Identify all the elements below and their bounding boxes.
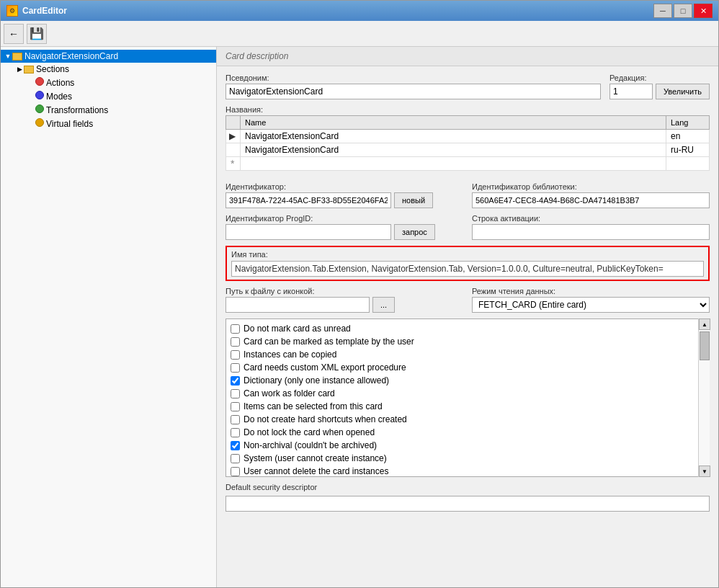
card-description-header: Card description [217, 47, 718, 66]
folder-icon [12, 53, 22, 61]
checkbox-template: Card can be marked as template by the us… [231, 335, 695, 348]
checkbox-no-delete: User cannot delete the card instances [231, 465, 695, 477]
increase-button[interactable]: Увеличить [656, 84, 710, 99]
read-mode-select[interactable]: FETCH_CARD (Entire card) [472, 297, 710, 313]
sidebar-item-modes-label: Modes [46, 92, 72, 102]
sidebar-item-virtual-fields-label: Virtual fields [46, 119, 93, 129]
icon-read-row: Путь к файлу с иконкой: ... Режим чтения… [225, 287, 710, 313]
back-button[interactable]: ← [4, 24, 24, 44]
col-lang: Lang [666, 116, 710, 130]
activation-input[interactable] [472, 224, 710, 240]
type-name-label: Имя типа: [231, 250, 704, 259]
close-button[interactable]: ✕ [694, 4, 713, 18]
dot-icon-modes [35, 91, 44, 102]
window-title: CardEditor [22, 6, 67, 16]
alias-revision-row: Псевдоним: Редакция: Увеличить [225, 74, 710, 99]
checkbox-folder-input[interactable] [231, 389, 240, 398]
checkbox-no-lock-input[interactable] [231, 428, 240, 437]
checkboxes-scrollbar[interactable]: ▲ ▼ [698, 318, 710, 477]
id-label: Идентификатор: [225, 182, 463, 191]
lib-id-input[interactable] [472, 192, 710, 208]
checkbox-copy-input[interactable] [231, 350, 240, 360]
sidebar-item-navigatorextensioncard[interactable]: ▼ NavigatorExtensionCard [1, 50, 216, 63]
names-label: Названия: [225, 105, 710, 114]
sidebar-item-sections[interactable]: ▶ Sections [1, 63, 216, 76]
save-button[interactable]: 💾 [27, 24, 47, 44]
checkbox-folder-label: Can work as folder card [244, 388, 335, 398]
app-icon: ⚙ [6, 5, 18, 17]
request-button[interactable]: запрос [394, 224, 435, 240]
names-group: Названия: Name Lang ▶ Na [225, 105, 710, 177]
checkbox-non-archival-label: Non-archival (couldn't be archived) [244, 440, 377, 450]
checkboxes-container: Do not mark card as unread Card can be m… [225, 318, 710, 477]
icon-input-row: ... [225, 297, 463, 313]
checkbox-dictionary-input[interactable] [231, 376, 240, 386]
row-arrow-2 [226, 143, 241, 157]
minimize-button[interactable]: ─ [653, 4, 672, 18]
checkbox-items-select-input[interactable] [231, 402, 240, 411]
sidebar-item-transformations[interactable]: ▶ Transformations [1, 103, 216, 117]
checkbox-xml-input[interactable] [231, 363, 240, 373]
progid-label: Идентификатор ProgID: [225, 214, 463, 223]
maximize-button[interactable]: □ [674, 4, 692, 18]
progid-input-row: запрос [225, 224, 463, 240]
checkbox-no-shortcuts: Do not create hard shortcuts when create… [231, 413, 695, 426]
icon-input[interactable] [225, 297, 370, 313]
checkbox-system-label: System (user cannot create instance) [244, 453, 387, 463]
sidebar-item-virtual-fields[interactable]: ▶ Virtual fields [1, 117, 216, 130]
checkbox-no-lock-label: Do not lock the card when opened [244, 427, 375, 437]
revision-group: Редакция: Увеличить [609, 74, 710, 99]
type-name-input[interactable] [231, 261, 704, 277]
sidebar-item-modes[interactable]: ▶ Modes [1, 89, 216, 103]
checkbox-dictionary: Dictionary (only one instance allowed) [231, 374, 695, 387]
checkbox-template-input[interactable] [231, 337, 240, 347]
checkbox-do-not-mark: Do not mark card as unread [231, 322, 695, 335]
checkbox-system-input[interactable] [231, 454, 240, 463]
browse-icon-button[interactable]: ... [372, 297, 395, 313]
alias-group: Псевдоним: [225, 74, 601, 99]
alias-input[interactable] [225, 84, 601, 99]
scroll-down-arrow[interactable]: ▼ [699, 466, 710, 477]
id-input[interactable] [225, 192, 391, 208]
expand-arrow: ▼ [4, 52, 12, 61]
sidebar-item-transformations-label: Transformations [46, 105, 108, 115]
activation-label: Строка активации: [472, 214, 710, 223]
scroll-thumb[interactable] [700, 331, 710, 360]
sidebar-item-sections-label: Sections [36, 64, 69, 74]
scroll-up-arrow[interactable]: ▲ [699, 318, 710, 330]
name-cell-2: NavigatorExtensionCard [241, 143, 666, 157]
star-cell: * [226, 157, 241, 171]
checkbox-no-shortcuts-input[interactable] [231, 415, 240, 424]
checkbox-do-not-mark-input[interactable] [231, 324, 240, 334]
id-row: Идентификатор: новый Идентификатор библи… [225, 182, 710, 208]
security-label: Default security descriptor [225, 483, 710, 491]
revision-input[interactable] [609, 84, 653, 99]
folder-icon-sections [24, 66, 34, 74]
sidebar-item-actions[interactable]: ▶ Actions [1, 76, 216, 89]
dot-icon-transformations [35, 104, 44, 115]
lang-cell-2: ru-RU [666, 143, 710, 157]
new-id-button[interactable]: новый [394, 192, 433, 208]
empty-name [241, 157, 666, 171]
empty-lang [666, 157, 710, 171]
progid-group: Идентификатор ProgID: запрос [225, 214, 463, 240]
progid-input[interactable] [225, 224, 391, 240]
table-row[interactable]: ▶ NavigatorExtensionCard en [226, 130, 710, 143]
checkbox-no-delete-input[interactable] [231, 467, 240, 476]
progid-row: Идентификатор ProgID: запрос Строка акти… [225, 214, 710, 240]
content-area: Card description Псевдоним: Редакция: Ув… [217, 47, 718, 587]
save-icon: 💾 [30, 27, 44, 40]
new-row[interactable]: * [226, 157, 710, 171]
expand-arrow-sections: ▶ [15, 65, 24, 74]
checkbox-non-archival-input[interactable] [231, 441, 240, 450]
checkbox-items-select-label: Items can be selected from this card [244, 401, 383, 411]
sidebar-item-label: NavigatorExtensionCard [24, 51, 118, 61]
alias-label: Псевдоним: [225, 74, 601, 82]
lib-id-label: Идентификатор библиотеки: [472, 182, 710, 191]
lang-cell: en [666, 130, 710, 143]
table-row[interactable]: NavigatorExtensionCard ru-RU [226, 143, 710, 157]
dot-icon-actions [35, 77, 44, 88]
checkbox-non-archival: Non-archival (couldn't be archived) [231, 439, 695, 452]
security-input[interactable] [225, 496, 710, 512]
revision-label: Редакция: [609, 74, 710, 82]
